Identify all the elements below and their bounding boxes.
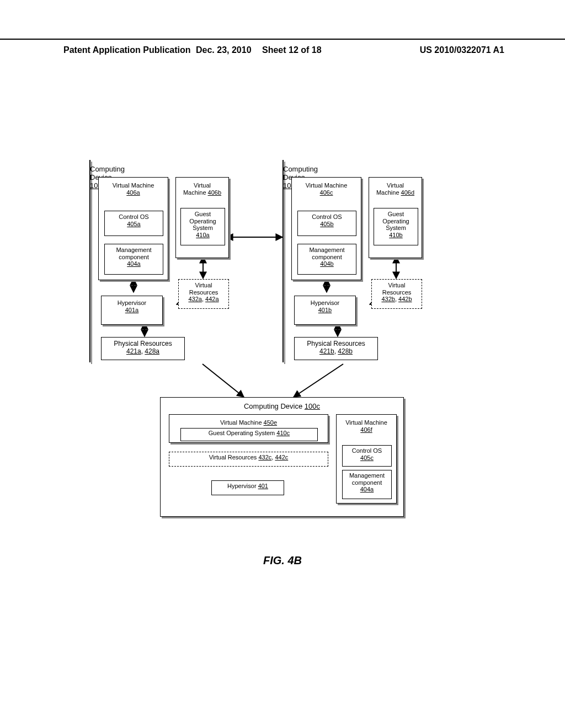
c-guest-os: Guest Operating System 410c <box>180 428 318 441</box>
c-vm-e-title: Virtual Machine 450e <box>169 419 328 426</box>
b-vm1-title: Virtual Machine406c <box>292 182 361 196</box>
svg-line-9 <box>202 364 244 397</box>
b-vm1: Virtual Machine406c Control OS405b Manag… <box>291 177 361 280</box>
c-vm-f-title: Virtual Machine406f <box>337 419 396 433</box>
header-pubno: US 2010/0322071 A1 <box>420 45 504 55</box>
a-mgmt: Managementcomponent404a <box>104 244 163 275</box>
a-ctl-os: Control OS405a <box>104 211 163 236</box>
a-vm2: VirtualMachine 406b GuestOperatingSystem… <box>175 177 229 258</box>
figure-4b: Computing Device 100a Virtual Machine406… <box>89 160 476 535</box>
device-a: Computing Device 100a Virtual Machine406… <box>89 160 90 362</box>
a-vm1-title: Virtual Machine406a <box>99 182 168 196</box>
b-ctl-os: Control OS405b <box>297 211 356 236</box>
c-ctl-os: Control OS405c <box>342 445 392 467</box>
b-vm2-title: VirtualMachine 406d <box>369 182 422 196</box>
c-mgmt: Managementcomponent404a <box>342 470 392 499</box>
c-vm-f: Virtual Machine406f Control OS405c Manag… <box>336 414 397 504</box>
figure-caption: FIG. 4B <box>0 554 565 567</box>
a-physical-resources: Physical Resources 421a, 428a <box>101 337 185 360</box>
b-mgmt: Managementcomponent404b <box>297 244 356 275</box>
header-page: Sheet 12 of 18 <box>262 45 322 55</box>
svg-line-10 <box>294 364 343 397</box>
b-virtual-resources: VirtualResources 432b, 442b <box>371 279 422 309</box>
header-date: Dec. 23, 2010 <box>196 45 252 55</box>
a-hypervisor: Hypervisor401a <box>101 296 163 325</box>
device-b: Computing Device 100b Virtual Machine406… <box>282 160 284 362</box>
c-virtual-resources: Virtual Resources 432c, 442c <box>169 452 328 467</box>
header-left: Patent Application Publication <box>63 45 191 55</box>
b-physical-resources: Physical Resources 421b, 428b <box>294 337 378 360</box>
device-c-title: Computing Device 100c <box>161 402 403 410</box>
c-hypervisor: Hypervisor 401 <box>211 480 284 495</box>
b-vm2: VirtualMachine 406d GuestOperatingSystem… <box>369 177 422 258</box>
b-guest-os: GuestOperatingSystem410b <box>374 208 418 245</box>
a-vm1: Virtual Machine406a Control OS405a Manag… <box>98 177 168 280</box>
device-c: Computing Device 100c Virtual Machine 45… <box>160 397 404 517</box>
b-hypervisor: Hypervisor401b <box>294 296 356 325</box>
a-virtual-resources: VirtualResources 432a, 442a <box>178 279 229 309</box>
a-guest-os: GuestOperatingSystem410a <box>180 208 225 245</box>
c-vm-e: Virtual Machine 450e Guest Operating Sys… <box>169 414 328 443</box>
a-vm2-title: VirtualMachine 406b <box>176 182 228 196</box>
header-rule <box>0 39 565 40</box>
